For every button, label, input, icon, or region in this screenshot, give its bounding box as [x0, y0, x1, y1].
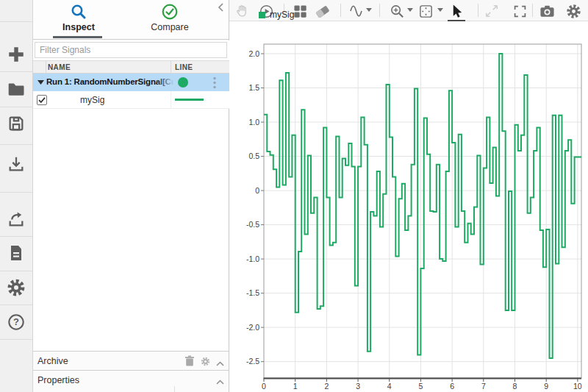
svg-text:4: 4	[387, 382, 392, 391]
add-icon[interactable]	[7, 45, 26, 64]
svg-text:3: 3	[356, 382, 360, 391]
toolbar-divider	[478, 4, 478, 17]
toolbar-divider	[532, 4, 533, 17]
plot-legend: mySig	[259, 9, 294, 21]
divider	[0, 271, 32, 271]
plot-panel: mySig 012345678910-2.5-2.0-1.5-1.0-0.500…	[229, 0, 588, 392]
properties-section-header[interactable]: Properties	[33, 370, 229, 392]
toolbar-divider	[379, 4, 380, 17]
divider	[0, 192, 32, 193]
svg-text:-2.0: -2.0	[246, 323, 259, 332]
signal-plot[interactable]: 012345678910-2.5-2.0-1.5-1.0-0.500.51.01…	[229, 21, 588, 392]
svg-text:10: 10	[573, 382, 582, 391]
collapse-panel-icon[interactable]	[218, 3, 225, 12]
svg-text:-1.5: -1.5	[246, 288, 259, 297]
toolbar-divider	[340, 4, 341, 17]
svg-text:2.0: 2.0	[248, 49, 259, 58]
divider	[171, 61, 171, 74]
signal-trace-caret-icon[interactable]	[366, 8, 372, 12]
zoom-caret-icon[interactable]	[407, 8, 413, 12]
svg-text:0: 0	[262, 382, 266, 391]
column-header-name: NAME	[48, 63, 71, 71]
svg-text:6: 6	[450, 382, 454, 391]
run-label: Run 1: RandomNumberSignal[Curren	[46, 77, 177, 86]
help-icon[interactable]: ?	[7, 313, 26, 332]
table-row-mysig[interactable]: mySig	[33, 91, 229, 109]
column-header-line: LINE	[175, 63, 193, 71]
divider	[171, 91, 171, 108]
divider	[0, 236, 32, 237]
check-circle-icon	[124, 3, 215, 21]
left-toolstrip: ?	[0, 0, 33, 392]
svg-text:0: 0	[255, 186, 259, 195]
archive-gear-icon[interactable]	[201, 356, 210, 369]
create-report-icon[interactable]	[7, 244, 25, 262]
collapse-up-icon[interactable]	[216, 374, 224, 388]
panel-tabbar: Inspect Compare	[33, 0, 229, 40]
eraser-icon[interactable]	[313, 2, 331, 20]
archive-section-header[interactable]: Archive	[33, 351, 229, 370]
simulation-data-inspector-window: ? Inspect	[0, 0, 588, 392]
svg-text:?: ?	[13, 316, 19, 327]
mysig-checkbox[interactable]	[37, 95, 47, 105]
signal-line-swatch	[175, 99, 204, 101]
plot-settings-gear-icon[interactable]	[564, 2, 582, 20]
filter-signals-input[interactable]	[35, 42, 227, 58]
zoom-in-icon[interactable]	[388, 2, 406, 20]
signal-table-header: NAME LINE	[33, 60, 229, 74]
magnifier-icon	[33, 3, 124, 21]
signal-trace-icon[interactable]	[348, 2, 366, 20]
svg-text:-2.5: -2.5	[246, 357, 259, 366]
divider	[0, 304, 32, 305]
svg-text:0.5: 0.5	[248, 152, 259, 160]
divider	[46, 61, 46, 74]
legend-label: mySig	[270, 10, 294, 20]
fit-to-view-icon[interactable]	[417, 2, 434, 20]
tab-compare-label: Compare	[124, 22, 215, 32]
svg-text:9: 9	[544, 382, 548, 391]
pointer-tool-icon[interactable]	[448, 2, 465, 20]
snapshot-camera-icon[interactable]	[538, 2, 556, 20]
row-options-icon[interactable]	[210, 76, 219, 88]
export-icon[interactable]	[7, 210, 26, 229]
inspect-panel: Inspect Compare NAME	[33, 0, 229, 392]
divider	[0, 144, 32, 145]
tab-inspect[interactable]: Inspect	[33, 3, 124, 32]
divider	[174, 386, 175, 392]
svg-text:-1.0: -1.0	[246, 254, 259, 263]
properties-label: Properties	[37, 375, 79, 385]
divider	[0, 339, 32, 340]
legend-swatch	[259, 12, 265, 18]
fit-caret-icon[interactable]	[437, 8, 443, 12]
trash-icon[interactable]	[184, 355, 195, 369]
svg-text:-0.5: -0.5	[246, 220, 259, 229]
divider	[0, 71, 32, 72]
tab-inspect-label: Inspect	[33, 22, 124, 32]
svg-text:1.5: 1.5	[248, 83, 259, 92]
table-row-run1[interactable]: Run 1: RandomNumberSignal[Curren	[33, 74, 229, 91]
import-icon[interactable]	[7, 155, 26, 174]
divider	[0, 21, 32, 22]
archive-label: Archive	[37, 356, 68, 366]
pan-hand-icon	[232, 2, 250, 20]
active-tab-indicator	[53, 36, 102, 38]
svg-text:7: 7	[481, 382, 486, 391]
save-icon[interactable]	[7, 115, 26, 133]
signal-name: mySig	[80, 95, 104, 105]
svg-text:8: 8	[513, 382, 517, 391]
collapse-up-icon[interactable]	[216, 356, 224, 369]
preferences-gear-icon[interactable]	[7, 278, 26, 297]
fullscreen-icon[interactable]	[511, 2, 528, 20]
divider	[0, 107, 32, 107]
svg-text:5: 5	[419, 382, 423, 391]
run-status-dot	[178, 77, 188, 88]
open-folder-icon[interactable]	[7, 79, 26, 99]
svg-text:1.0: 1.0	[248, 118, 259, 126]
svg-text:1: 1	[293, 382, 298, 391]
svg-text:2: 2	[324, 382, 329, 391]
expand-caret-icon[interactable]	[37, 80, 44, 85]
expand-arrows-icon	[483, 2, 501, 20]
filter-row	[33, 40, 229, 60]
tab-compare[interactable]: Compare	[124, 3, 215, 32]
